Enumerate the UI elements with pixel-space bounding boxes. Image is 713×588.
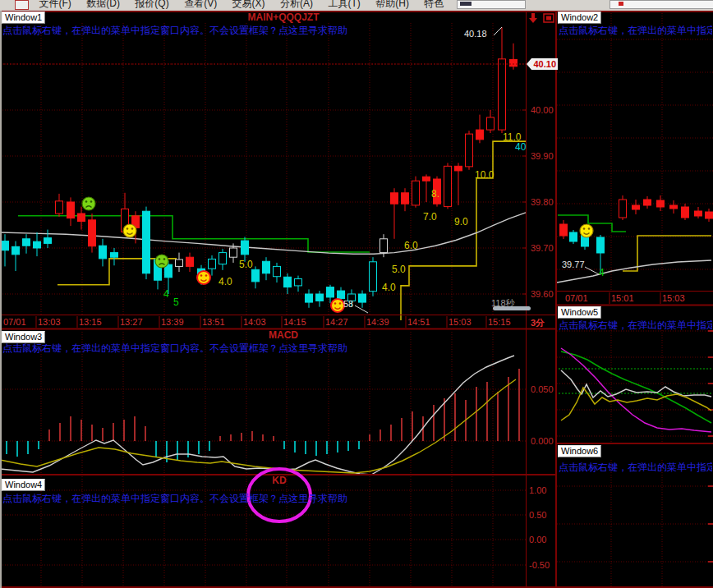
menu-item-data[interactable]: 数据(D) — [86, 0, 120, 11]
yellow-step-line — [401, 141, 526, 320]
candlestick — [487, 117, 494, 130]
window2-help-link[interactable]: 点击鼠标右键，在弹出的菜单中指定窗口 — [559, 24, 712, 38]
macd-axis-label: 0.050 — [531, 384, 554, 394]
menu-item-help[interactable]: 帮助(H) — [375, 0, 409, 11]
candlestick — [476, 130, 484, 140]
candlestick — [284, 277, 292, 287]
candlestick — [99, 246, 107, 259]
menu-item-file[interactable]: 文件(F) — [39, 0, 71, 11]
last-price-tag: 40.10 — [527, 58, 558, 70]
candlestick — [44, 238, 52, 244]
candlestick — [359, 294, 366, 302]
count-label-yellow: 5.0 — [392, 264, 406, 275]
window4-help-link[interactable]: 点击鼠标右键，在弹出的菜单中指定窗口内容。不会设置框架？点这里寻求帮助 — [2, 492, 389, 506]
menu-item-trade[interactable]: 交易(X) — [232, 0, 265, 11]
menu-item-view[interactable]: 查看(V) — [184, 0, 217, 11]
candlestick — [56, 201, 63, 214]
time-axis-label: 13:27 — [120, 317, 143, 327]
drop-arrow-icon[interactable] — [529, 13, 537, 23]
candlestick — [597, 237, 605, 253]
toolbar-patch-right[interactable] — [610, 0, 713, 9]
candlestick — [670, 205, 678, 209]
candlestick — [23, 239, 30, 246]
kd-axis-label: -0.50 — [529, 560, 550, 570]
menu-item-tools[interactable]: 工具(T) — [329, 0, 361, 11]
window1-help-link[interactable]: 点击鼠标右键，在弹出的菜单中指定窗口内容。不会设置框架？点这里寻求帮助 — [2, 24, 389, 38]
window3-indicator-title: MACD — [246, 329, 320, 341]
candlestick — [570, 232, 577, 241]
smiley-signal-icon — [155, 255, 168, 268]
menu-item-special[interactable]: 特色 — [424, 0, 444, 11]
annotation-pointer-line — [585, 267, 599, 274]
chart-scrollbar-thumb[interactable] — [493, 306, 531, 310]
candlestick — [263, 261, 270, 273]
menu-item-analyze[interactable]: 分析(A) — [280, 0, 313, 11]
window2-badge[interactable]: Window2 — [558, 11, 601, 24]
yellow-step-line — [623, 236, 711, 271]
smiley-signal-icon — [82, 197, 95, 210]
annotation-pointer-line — [355, 305, 368, 313]
count-label-yellow: 9.0 — [454, 216, 468, 227]
window4-badge[interactable]: Window4 — [2, 479, 45, 491]
candlestick — [380, 239, 388, 253]
count-label-yellow: 7.0 — [423, 211, 437, 223]
macd-axis-label: 0.000 — [531, 436, 554, 446]
time-axis-label: 14:03 — [243, 317, 266, 327]
seconds-note-58: 58 — [343, 299, 353, 309]
time-axis-label: 14:15 — [283, 317, 306, 327]
macd-dea-line — [0, 379, 516, 473]
count-label-yellow: 10.0 — [475, 169, 494, 181]
window2-price-note: 39.77 — [562, 260, 585, 269]
price-axis-label: 39.80 — [531, 197, 554, 207]
count-label-yellow: 4.0 — [218, 276, 232, 287]
candlestick — [619, 200, 627, 218]
time-axis-label: 07/01 — [565, 293, 588, 303]
window4-indicator-title: KD — [259, 475, 300, 486]
time-axis-label: 14:27 — [325, 317, 348, 327]
window3-help-link[interactable]: 点击鼠标右键，在弹出的菜单中指定窗口内容。不会设置框架？点这里寻求帮助 — [2, 342, 389, 356]
candlestick — [242, 241, 249, 255]
menu-item-quote[interactable]: 报价(Q) — [135, 0, 168, 11]
period-label[interactable]: 3分 — [531, 317, 545, 329]
window5-help-link[interactable]: 点击鼠标右键，在弹出的菜单中指定窗口 — [559, 319, 712, 333]
time-axis-label: 07/01 — [3, 317, 26, 327]
candlestick — [306, 294, 313, 302]
macd-dif-line — [0, 356, 514, 475]
count-label-cyan: 40 — [515, 141, 527, 153]
candlestick — [682, 207, 689, 218]
price-axis-label: 40.00 — [531, 105, 554, 115]
candlestick — [327, 287, 334, 297]
time-axis-label: 13:15 — [79, 317, 102, 327]
smiley-signal-icon — [197, 271, 210, 284]
price-axis-label: 39.90 — [531, 151, 554, 161]
candlestick — [67, 202, 75, 218]
candlestick — [338, 291, 345, 299]
window6-badge[interactable]: Window6 — [558, 445, 601, 457]
count-label-green: 4 — [599, 267, 605, 278]
candlestick — [274, 266, 281, 276]
candlestick — [632, 205, 640, 209]
candlestick — [423, 177, 430, 181]
candlestick — [176, 260, 183, 266]
candlestick — [12, 246, 20, 255]
window6-help-link[interactable]: 点击鼠标右键，在弹出的菜单中指定窗口 — [559, 461, 712, 475]
window5-badge[interactable]: Window5 — [558, 306, 601, 319]
candlestick — [455, 166, 462, 171]
annotation-pointer-line — [494, 27, 502, 35]
candlestick — [230, 248, 237, 257]
candlestick — [219, 253, 227, 264]
candlestick — [402, 193, 409, 204]
app-icon — [15, 0, 29, 10]
kd-axis-label: 0.00 — [529, 535, 546, 544]
candlestick — [316, 294, 324, 301]
smiley-signal-icon — [331, 299, 344, 312]
window1-badge[interactable]: Window1 — [2, 11, 45, 24]
count-label-yellow: 4.0 — [382, 282, 396, 293]
time-axis-label: 15:03 — [662, 293, 685, 303]
candlestick — [78, 214, 85, 222]
time-axis-label: 15:03 — [448, 317, 472, 327]
kd-axis-label: 1.00 — [529, 485, 546, 495]
high-price-label: 40.18 — [464, 29, 487, 39]
time-axis-label: 13:39 — [161, 317, 184, 327]
time-axis-label: 14:39 — [366, 317, 389, 327]
